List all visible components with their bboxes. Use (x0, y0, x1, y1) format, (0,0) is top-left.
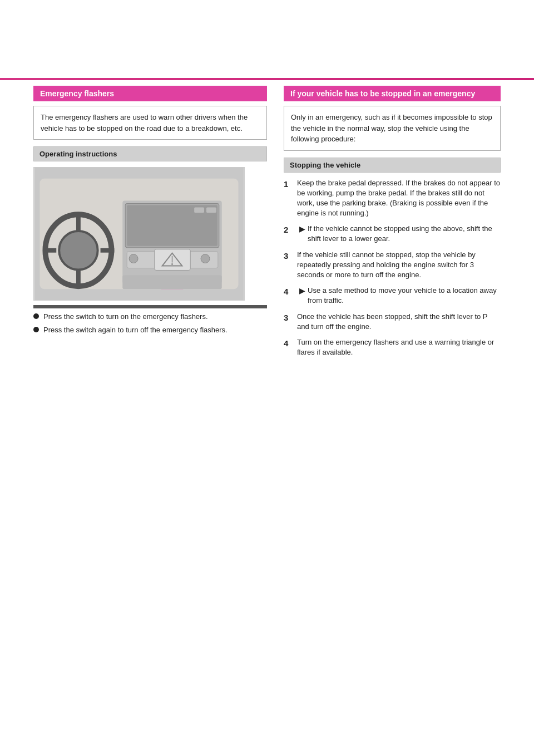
step-3-num: 3 (284, 250, 295, 262)
svg-point-19 (129, 254, 138, 263)
svg-point-20 (201, 254, 210, 263)
bullet-text-2: Press the switch again to turn off the e… (43, 325, 228, 335)
svg-rect-11 (194, 207, 204, 213)
svg-point-17 (171, 263, 173, 265)
right-column: If your vehicle has to be stopped in an … (278, 86, 501, 363)
left-column: Emergency flashers The emergency flasher… (33, 86, 267, 363)
caption-bar (33, 305, 267, 308)
top-rule (0, 78, 534, 80)
step-5-text: Once the vehicle has been stopped, shift… (297, 312, 501, 332)
step-4-arrow-icon: ▶ (299, 286, 305, 297)
emergency-flashers-intro-text: The emergency flashers are used to warn … (41, 113, 248, 132)
step-row-3: 3 If the vehicle still cannot be stopped… (284, 250, 501, 281)
dashboard-image (33, 167, 245, 301)
emergency-flashers-header: Emergency flashers (33, 86, 267, 101)
step-3-text: If the vehicle still cannot be stopped, … (297, 250, 501, 281)
emergency-stop-intro-text: Only in an emergency, such as if it beco… (291, 113, 492, 143)
bullet-dot-1 (33, 313, 39, 319)
step-row-4: 4 ▶ Use a safe method to move your vehic… (284, 286, 501, 306)
step-6-text: Turn on the emergency flashers and use a… (297, 337, 501, 357)
svg-rect-12 (206, 207, 216, 213)
step-2-text: If the vehicle cannot be stopped using t… (308, 224, 501, 244)
step-6-num: 4 (284, 337, 295, 349)
emergency-stop-info-box: Only in an emergency, such as if it beco… (284, 106, 501, 151)
step-5-num: 3 (284, 312, 295, 323)
dashboard-svg (34, 168, 244, 300)
stopping-vehicle-header: Stopping the vehicle (284, 158, 501, 173)
step-2-arrow-icon: ▶ (299, 224, 305, 235)
svg-rect-21 (122, 275, 222, 289)
bullet-item-1: Press the switch to turn on the emergenc… (33, 312, 267, 322)
steps-list: 1 Keep the brake pedal depressed. If the… (284, 178, 501, 358)
step-row-6: 4 Turn on the emergency flashers and use… (284, 337, 501, 357)
step-row-2: 2 ▶ If the vehicle cannot be stopped usi… (284, 224, 501, 244)
step-row-1: 1 Keep the brake pedal depressed. If the… (284, 178, 501, 219)
bullet-text-1: Press the switch to turn on the emergenc… (43, 312, 208, 322)
content-area: Emergency flashers The emergency flasher… (0, 86, 534, 363)
page-container: Emergency flashers The emergency flasher… (0, 78, 534, 756)
emergency-stop-header: If your vehicle has to be stopped in an … (284, 86, 501, 101)
operating-instructions-header: Operating instructions (33, 146, 267, 161)
bullet-item-2: Press the switch again to turn off the e… (33, 325, 267, 335)
step-4-text: Use a safe method to move your vehicle t… (308, 286, 501, 306)
step-row-5: 3 Once the vehicle has been stopped, shi… (284, 312, 501, 332)
bullet-dot-2 (33, 327, 39, 332)
step-1-num: 1 (284, 178, 295, 190)
step-1-text: Keep the brake pedal depressed. If the b… (297, 178, 501, 219)
svg-point-3 (59, 231, 97, 269)
emergency-flashers-info-box: The emergency flashers are used to warn … (33, 106, 267, 140)
step-2-num: 2 (284, 224, 295, 235)
step-4-num: 4 (284, 286, 295, 297)
